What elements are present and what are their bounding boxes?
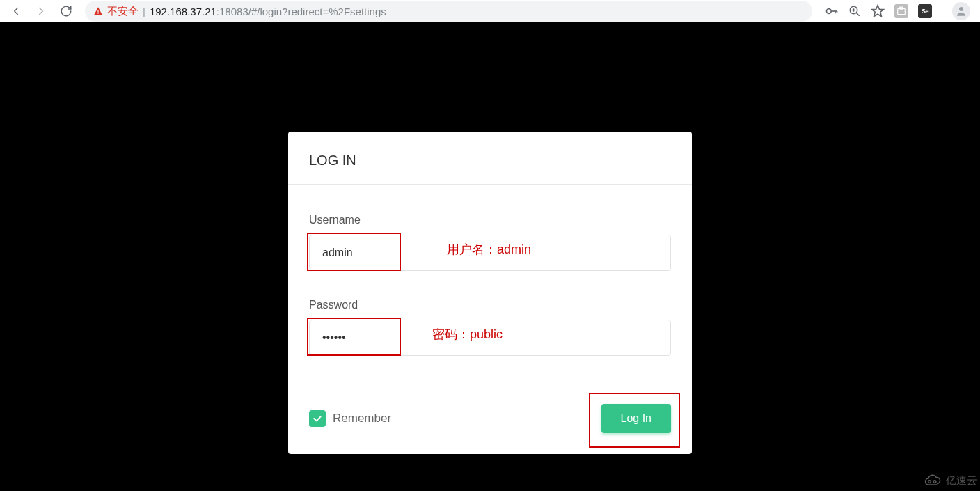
svg-line-7: [856, 13, 860, 16]
svg-point-2: [827, 9, 832, 14]
svg-point-13: [959, 7, 963, 11]
username-input[interactable]: [309, 235, 671, 271]
page-content: LOG IN Username 用户名：admin Password 密码：pu…: [0, 22, 980, 491]
separator: |: [143, 6, 145, 17]
profile-avatar[interactable]: [952, 2, 970, 20]
svg-rect-1: [97, 13, 98, 14]
cloud-icon: [922, 474, 943, 488]
url-path: :18083/#/login?redirect=%2Fsettings: [216, 6, 386, 17]
svg-rect-0: [97, 10, 98, 13]
selenium-extension-icon[interactable]: Se: [918, 4, 932, 18]
password-input[interactable]: [309, 320, 671, 356]
login-card: LOG IN Username 用户名：admin Password 密码：pu…: [288, 132, 692, 454]
warning-icon: [93, 6, 103, 16]
login-button[interactable]: Log In: [601, 404, 671, 433]
key-icon[interactable]: [825, 4, 839, 18]
username-group: Username 用户名：admin: [309, 214, 671, 271]
watermark: 亿速云: [910, 470, 980, 491]
address-bar[interactable]: 不安全 | 192.168.37.21:18083/#/login?redire…: [85, 1, 812, 22]
security-text: 不安全: [107, 5, 139, 18]
remember-checkbox[interactable]: [309, 410, 326, 427]
svg-marker-10: [872, 6, 884, 17]
svg-point-14: [928, 481, 931, 483]
watermark-text: 亿速云: [946, 474, 977, 488]
username-label: Username: [309, 214, 671, 226]
password-group: Password 密码：public: [309, 299, 671, 356]
svg-rect-11: [898, 9, 906, 15]
zoom-icon[interactable]: [848, 5, 861, 17]
check-icon: [312, 413, 323, 424]
browser-toolbar: 不安全 | 192.168.37.21:18083/#/login?redire…: [0, 0, 980, 22]
svg-rect-12: [900, 7, 903, 9]
login-title: LOG IN: [288, 132, 692, 185]
svg-point-15: [933, 481, 936, 483]
remember-label: Remember: [333, 412, 391, 426]
forward-button[interactable]: [29, 1, 53, 22]
separator: [942, 4, 942, 18]
url-host: 192.168.37.21: [150, 6, 216, 17]
back-button[interactable]: [4, 1, 28, 22]
remember-checkbox-group[interactable]: Remember: [309, 410, 391, 427]
extension-icon-1[interactable]: [894, 4, 908, 18]
password-label: Password: [309, 299, 671, 311]
bookmark-star-icon[interactable]: [871, 4, 885, 18]
reload-button[interactable]: [54, 1, 78, 22]
toolbar-right: Se: [819, 2, 976, 20]
